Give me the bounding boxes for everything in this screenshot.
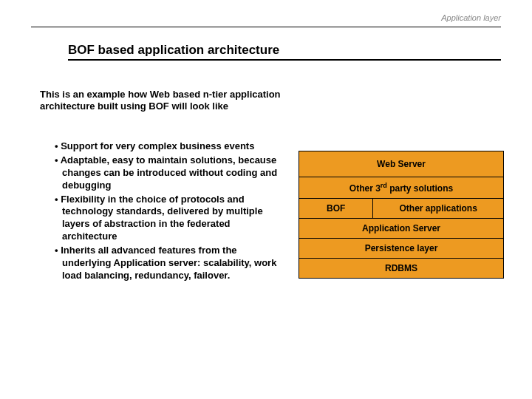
third-party-pre: Other 3 [349, 183, 381, 194]
diagram-cell: Persistence layer [299, 239, 503, 258]
title-rule [68, 59, 501, 61]
architecture-diagram: Web Server Other 3rd party solutions BOF… [299, 151, 504, 279]
third-party-post: party solutions [387, 183, 453, 194]
bullet-icon: • [55, 194, 61, 205]
third-party-sup: rd [381, 182, 387, 189]
page-title: BOF based application architecture [68, 43, 279, 58]
diagram-cell: Other 3rd party solutions [299, 177, 503, 198]
diagram-row-app-server: Application Server [299, 219, 504, 239]
list-item: • Adaptable, easy to maintain solutions,… [55, 154, 284, 192]
diagram-cell: Web Server [299, 151, 503, 177]
intro-text: This is an example how Web based n-tier … [40, 89, 284, 113]
diagram-cell-bof: BOF [299, 199, 372, 218]
diagram-cell: RDBMS [299, 259, 503, 278]
list-item: • Inherits all advanced features from th… [55, 245, 284, 282]
bullet-list: • Support for very complex business even… [55, 140, 284, 284]
top-rule [31, 27, 501, 27]
diagram-row-bof-apps: BOF Other applications [299, 199, 504, 219]
list-item: • Flexibility in the choice of protocols… [55, 194, 284, 244]
bullet-icon: • [55, 140, 61, 151]
diagram-row-persistence: Persistence layer [299, 239, 504, 259]
bullet-icon: • [55, 245, 61, 256]
list-item: • Support for very complex business even… [55, 140, 284, 153]
diagram-row-rdbms: RDBMS [299, 259, 504, 279]
slide: Application layer BOF based application … [0, 0, 532, 399]
list-item-text: Inherits all advanced features from the … [61, 245, 276, 281]
bullet-icon: • [55, 154, 61, 166]
diagram-cell-other-apps: Other applications [372, 199, 503, 218]
header-label: Application layer [441, 13, 501, 22]
diagram-row-third-party: Other 3rd party solutions [299, 177, 504, 199]
list-item-text: Support for very complex business events [61, 140, 254, 151]
diagram-row-web-server: Web Server [299, 151, 504, 177]
list-item-text: Adaptable, easy to maintain solutions, b… [61, 154, 277, 191]
list-item-text: Flexibility in the choice of protocols a… [61, 194, 262, 242]
diagram-cell: Application Server [299, 219, 503, 238]
